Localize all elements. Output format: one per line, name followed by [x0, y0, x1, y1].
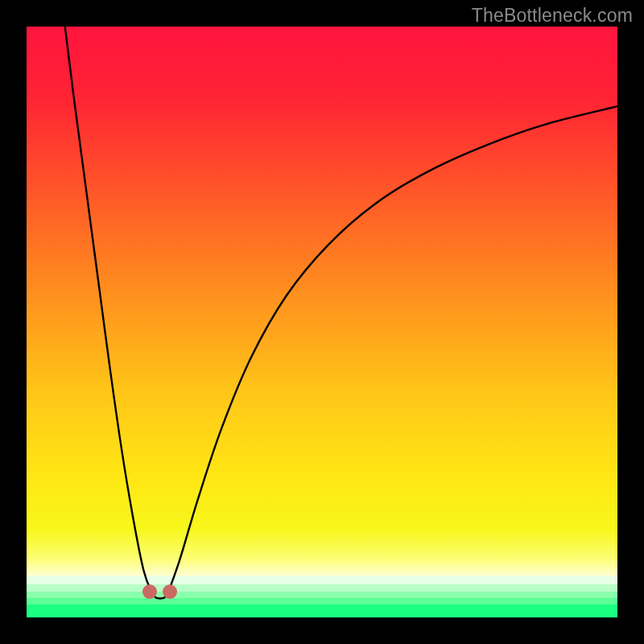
dot-right — [163, 584, 177, 599]
plot-area — [27, 27, 617, 617]
dot-left — [142, 584, 157, 599]
bottleneck-curve — [65, 27, 617, 599]
watermark-text: TheBottleneck.com — [472, 5, 633, 27]
curve-svg — [27, 27, 617, 617]
